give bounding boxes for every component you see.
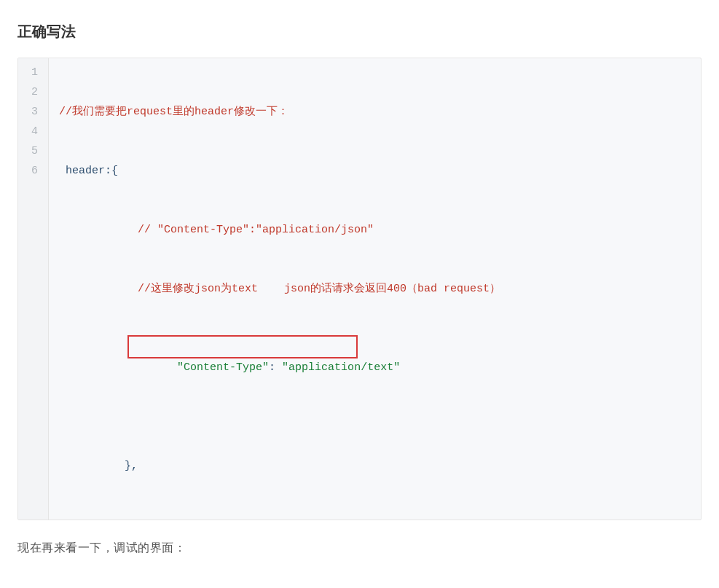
code-content: //我们需要把request里的header修改一下： header:{ // … xyxy=(49,58,701,520)
code-value: "application/text" xyxy=(282,361,400,374)
code-colon: : xyxy=(269,361,282,374)
line-number: 4 xyxy=(31,122,38,141)
code-block: 1 2 3 4 5 6 //我们需要把request里的header修改一下： … xyxy=(17,58,702,520)
line-number: 6 xyxy=(31,161,38,181)
code-gutter: 1 2 3 4 5 6 xyxy=(18,58,49,520)
code-text: }, xyxy=(59,460,138,472)
highlight-box xyxy=(127,335,358,358)
code-comment: // "Content-Type":"application/json" xyxy=(59,224,374,236)
line-number: 5 xyxy=(31,141,38,161)
code-comment: //我们需要把request里的header修改一下： xyxy=(59,106,288,118)
code-comment: //这里修改json为text json的话请求会返回400（bad reque… xyxy=(59,283,500,295)
paragraph: 现在再来看一下，调试的界面： xyxy=(17,541,702,556)
code-indent xyxy=(98,361,177,374)
line-number: 2 xyxy=(31,82,38,102)
line-number: 3 xyxy=(31,102,38,122)
code-key: "Content-Type" xyxy=(177,361,269,374)
code-text: header:{ xyxy=(59,165,118,177)
section-heading: 正确写法 xyxy=(17,22,702,42)
line-number: 1 xyxy=(31,63,38,82)
